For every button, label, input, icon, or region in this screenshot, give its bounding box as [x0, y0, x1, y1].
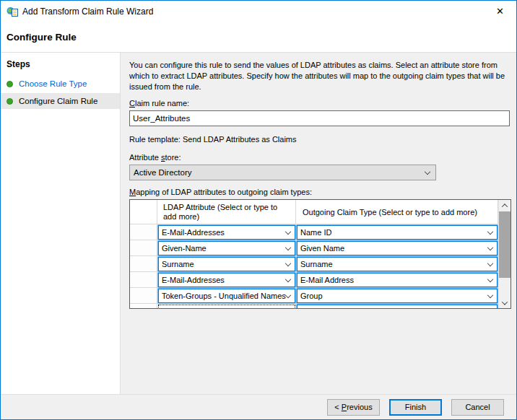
ldap-attribute-select[interactable]: E-Mail-Addresses [158, 225, 295, 240]
rule-description: You can configure this rule to send the … [129, 60, 511, 92]
scroll-down-icon[interactable] [499, 297, 511, 308]
finish-button[interactable]: Finish [389, 399, 442, 416]
attribute-store-label: Attribute store: [129, 153, 511, 162]
ldap-attribute-column-header: LDAP Attribute (Select or type to add mo… [157, 200, 296, 224]
attribute-store-value: Active Directory [134, 168, 192, 177]
title-bar: Add Transform Claim Rule Wizard ✕ [1, 1, 516, 22]
close-icon[interactable]: ✕ [484, 1, 516, 22]
page-header: Configure Rule [1, 22, 516, 53]
row-selector-cell[interactable] [130, 304, 157, 308]
cancel-button[interactable]: Cancel [451, 399, 504, 416]
row-selector-header [130, 200, 157, 224]
outgoing-claim-type-select[interactable]: Group [297, 289, 498, 303]
table-row: Token-Groups - Unqualified Names Group [130, 288, 498, 304]
row-selector-cell[interactable] [130, 288, 157, 304]
step-complete-icon [6, 81, 13, 87]
previous-button[interactable]: < Previous [327, 399, 380, 416]
table-row: E-Mail-Addresses Name ID [130, 224, 498, 240]
table-scrollbar[interactable] [498, 200, 511, 308]
table-row-partial [130, 304, 498, 308]
step-configure-claim-rule[interactable]: Configure Claim Rule [1, 93, 120, 109]
main-content: You can configure this rule to send the … [121, 53, 517, 394]
outgoing-claim-type-select[interactable]: Surname [297, 257, 498, 271]
outgoing-claim-type-column-header: Outgoing Claim Type (Select or type to a… [296, 200, 498, 224]
button-bar: < Previous Finish Cancel [1, 394, 516, 419]
ldap-mapping-table: LDAP Attribute (Select or type to add mo… [129, 199, 511, 309]
table-row: Given-Name Given Name [130, 240, 498, 256]
ldap-attribute-select[interactable]: E-Mail-Addresses [158, 273, 295, 287]
outgoing-claim-type-select[interactable]: Name ID [297, 225, 498, 240]
row-selector-cell[interactable] [130, 256, 157, 272]
ldap-attribute-select[interactable]: Given-Name [158, 241, 295, 255]
table-header-row: LDAP Attribute (Select or type to add mo… [130, 200, 498, 224]
steps-sidebar: Steps Choose Rule Type Configure Claim R… [1, 53, 121, 394]
rule-template-text: Rule template: Send LDAP Attributes as C… [129, 135, 511, 144]
mapping-label: Mapping of LDAP attributes to outgoing c… [129, 188, 511, 196]
chevron-down-icon [425, 169, 430, 175]
scrollbar-thumb[interactable] [499, 211, 511, 278]
row-selector-cell[interactable] [130, 272, 157, 288]
outgoing-claim-type-select[interactable] [297, 305, 498, 308]
ldap-attribute-select[interactable]: Surname [158, 257, 295, 271]
outgoing-claim-type-select[interactable]: Given Name [297, 241, 498, 255]
row-selector-cell[interactable] [130, 240, 157, 256]
wizard-window: Add Transform Claim Rule Wizard ✕ Config… [0, 0, 517, 420]
claim-rule-name-input[interactable] [129, 110, 510, 126]
table-row: E-Mail-Addresses E-Mail Address [130, 272, 498, 288]
window-title: Add Transform Claim Rule Wizard [22, 6, 484, 17]
scroll-up-icon[interactable] [499, 200, 511, 211]
step-choose-rule-type-label[interactable]: Choose Rule Type [19, 79, 87, 88]
outgoing-claim-type-select[interactable]: E-Mail Address [297, 273, 498, 287]
step-complete-icon [6, 98, 13, 105]
ldap-attribute-select[interactable] [158, 305, 295, 308]
steps-heading: Steps [1, 56, 120, 76]
table-row: Surname Surname [130, 256, 498, 272]
wizard-app-icon [6, 6, 18, 17]
ldap-attribute-select[interactable]: Token-Groups - Unqualified Names [158, 289, 295, 303]
row-selector-cell[interactable] [130, 224, 157, 240]
step-configure-claim-rule-label: Configure Claim Rule [19, 97, 97, 105]
attribute-store-select[interactable]: Active Directory [129, 165, 436, 180]
step-choose-rule-type[interactable]: Choose Rule Type [1, 76, 120, 92]
page-title: Configure Rule [6, 32, 516, 43]
claim-rule-name-label: Claim rule name: [129, 99, 511, 108]
